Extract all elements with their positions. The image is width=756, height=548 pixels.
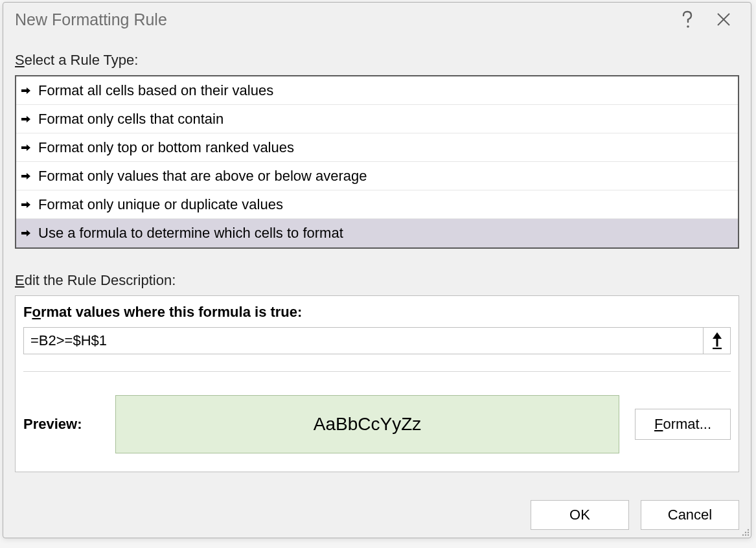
rule-type-item[interactable]: Format only top or bottom ranked values bbox=[16, 133, 738, 162]
preview-row: Preview: AaBbCcYyZz Format... bbox=[23, 395, 731, 453]
formula-input[interactable] bbox=[23, 327, 704, 354]
bullet-icon bbox=[21, 230, 34, 236]
formula-heading: Format values where this formula is true… bbox=[23, 304, 731, 321]
svg-point-12 bbox=[748, 529, 749, 531]
rule-type-label: Format only cells that contain bbox=[38, 111, 223, 128]
svg-point-15 bbox=[742, 534, 744, 536]
svg-point-16 bbox=[745, 534, 746, 536]
bullet-icon bbox=[21, 201, 34, 208]
svg-point-17 bbox=[748, 534, 749, 536]
close-icon[interactable] bbox=[705, 6, 742, 33]
resize-handle-icon[interactable] bbox=[740, 527, 750, 536]
titlebar: New Formatting Rule bbox=[3, 3, 751, 36]
svg-marker-5 bbox=[21, 144, 30, 151]
rule-type-label: Format only values that are above or bel… bbox=[38, 168, 367, 185]
rule-type-item[interactable]: Use a formula to determine which cells t… bbox=[16, 219, 738, 247]
svg-point-13 bbox=[745, 532, 746, 533]
rule-type-label: Use a formula to determine which cells t… bbox=[38, 225, 343, 242]
divider bbox=[23, 371, 731, 372]
rule-type-label: Format only unique or duplicate values bbox=[38, 196, 283, 213]
format-button[interactable]: Format... bbox=[635, 409, 731, 440]
rule-type-item[interactable]: Format only values that are above or bel… bbox=[16, 162, 738, 190]
svg-marker-8 bbox=[21, 230, 30, 236]
bullet-icon bbox=[21, 116, 34, 122]
formula-row bbox=[23, 327, 731, 354]
preview-sample-box: AaBbCcYyZz bbox=[115, 395, 619, 453]
svg-marker-3 bbox=[21, 87, 30, 94]
bullet-icon bbox=[21, 173, 34, 179]
preview-sample-text: AaBbCcYyZz bbox=[314, 414, 422, 435]
cancel-button[interactable]: Cancel bbox=[641, 500, 739, 530]
new-formatting-rule-dialog: New Formatting Rule Select a Rule Type: … bbox=[3, 2, 751, 538]
edit-rule-box: Format values where this formula is true… bbox=[15, 295, 739, 472]
rule-type-label: Format all cells based on their values bbox=[38, 82, 273, 99]
svg-marker-4 bbox=[21, 116, 30, 122]
svg-point-14 bbox=[748, 532, 749, 533]
rule-type-item[interactable]: Format only unique or duplicate values bbox=[16, 190, 738, 219]
bullet-icon bbox=[21, 87, 34, 94]
select-rule-type-label: Select a Rule Type: bbox=[15, 52, 739, 69]
svg-marker-10 bbox=[713, 332, 722, 339]
edit-rule-description-label: Edit the Rule Description: bbox=[15, 272, 739, 289]
dialog-content: Select a Rule Type: Format all cells bas… bbox=[3, 36, 751, 491]
preview-label: Preview: bbox=[23, 416, 100, 433]
ok-button[interactable]: OK bbox=[531, 500, 629, 530]
rule-type-item[interactable]: Format all cells based on their values bbox=[16, 76, 738, 105]
rule-type-label: Format only top or bottom ranked values bbox=[38, 139, 294, 156]
svg-marker-6 bbox=[21, 173, 30, 179]
range-picker-icon[interactable] bbox=[704, 327, 731, 354]
help-icon[interactable] bbox=[669, 6, 705, 33]
dialog-title: New Formatting Rule bbox=[15, 10, 669, 29]
bullet-icon bbox=[21, 144, 34, 151]
dialog-footer: OK Cancel bbox=[3, 491, 751, 538]
svg-marker-7 bbox=[21, 201, 30, 208]
rule-type-list[interactable]: Format all cells based on their values F… bbox=[15, 75, 739, 249]
svg-point-0 bbox=[687, 25, 689, 28]
rule-type-item[interactable]: Format only cells that contain bbox=[16, 105, 738, 133]
